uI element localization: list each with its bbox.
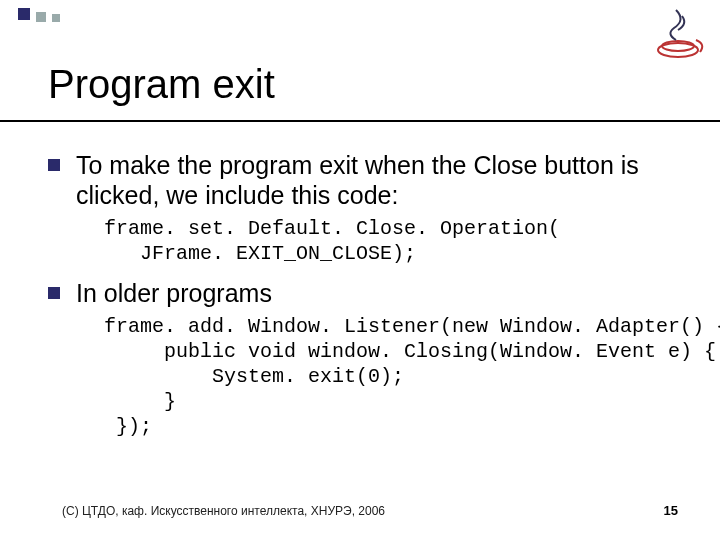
- title-underline: [0, 120, 720, 122]
- bullet-item: In older programs: [48, 278, 680, 308]
- bullet-item: To make the program exit when the Close …: [48, 150, 680, 210]
- slide: Program exit To make the program exit wh…: [0, 0, 720, 540]
- page-number: 15: [664, 503, 678, 518]
- java-logo: [646, 6, 706, 62]
- slide-title: Program exit: [48, 62, 275, 107]
- bullet-text: To make the program exit when the Close …: [76, 150, 680, 210]
- slide-body: To make the program exit when the Close …: [48, 150, 680, 451]
- code-block: frame. set. Default. Close. Operation( J…: [104, 216, 680, 266]
- bullet-text: In older programs: [76, 278, 272, 308]
- square-bullet-icon: [48, 287, 60, 299]
- footer-text: (С) ЦТДО, каф. Искусственного интеллекта…: [62, 504, 385, 518]
- square-bullet-icon: [48, 159, 60, 171]
- decorative-squares: [18, 8, 66, 26]
- code-block: frame. add. Window. Listener(new Window.…: [104, 314, 680, 439]
